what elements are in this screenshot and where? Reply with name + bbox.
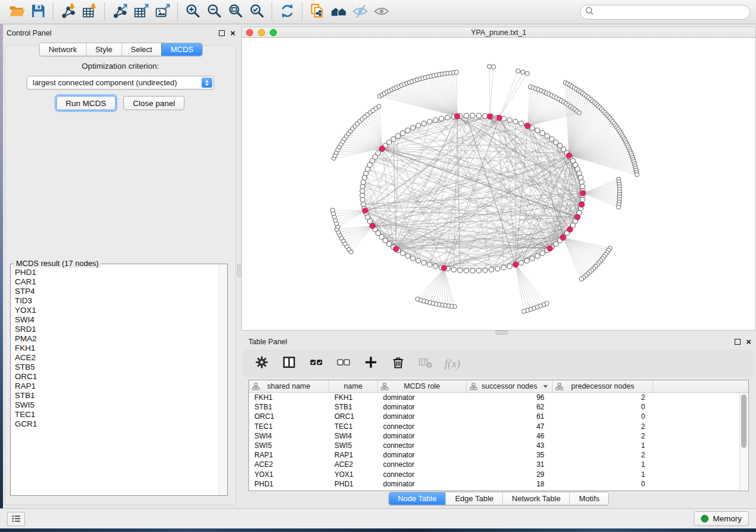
cell-predecessor-nodes[interactable]: 1 — [553, 470, 653, 479]
network-node[interactable] — [545, 133, 550, 138]
mcds-result-item[interactable]: ORC1 — [15, 372, 218, 382]
table-row[interactable]: PHD1PHD1dominator180 — [249, 479, 739, 489]
open-file-button[interactable] — [6, 2, 27, 21]
network-node[interactable] — [439, 116, 444, 121]
cell-name[interactable]: SWI4 — [329, 432, 378, 440]
network-node[interactable] — [387, 140, 391, 145]
table-mode-gear-button[interactable] — [253, 355, 270, 373]
fan-node[interactable] — [635, 172, 639, 177]
cell-shared-name[interactable]: SWI5 — [249, 441, 329, 450]
save-session-button[interactable] — [27, 2, 49, 21]
cell-successor-nodes[interactable]: 43 — [467, 441, 553, 450]
network-node[interactable] — [395, 133, 400, 138]
cell-mcds-role[interactable]: dominator — [378, 432, 467, 440]
cell-successor-nodes[interactable]: 31 — [467, 460, 553, 469]
table-row[interactable]: YOX1YOX1connector291 — [249, 470, 739, 479]
column-header-predecessor-nodes[interactable]: predecessor nodes — [553, 380, 653, 392]
network-node[interactable] — [464, 113, 468, 118]
mcds-result-item[interactable]: STP4 — [15, 287, 218, 296]
dominator-node[interactable] — [513, 262, 518, 267]
cell-shared-name[interactable]: PHD1 — [249, 480, 329, 488]
mcds-list-scrollbar[interactable] — [219, 265, 227, 495]
column-header-mcds-role[interactable]: MCDS role — [378, 380, 467, 392]
mcds-result-item[interactable]: SWI4 — [15, 315, 218, 325]
cell-predecessor-nodes[interactable]: 0 — [553, 480, 653, 488]
mcds-result-item[interactable]: STB5 — [15, 363, 218, 372]
network-node[interactable] — [400, 251, 405, 255]
column-header-name[interactable]: name — [329, 380, 378, 392]
close-panel-button[interactable]: Close panel — [123, 96, 184, 110]
cell-successor-nodes[interactable]: 35 — [467, 451, 553, 459]
mcds-result-item[interactable]: TID3 — [15, 296, 218, 306]
network-node[interactable] — [428, 119, 432, 124]
cell-name[interactable]: RAP1 — [329, 451, 378, 459]
mcds-result-item[interactable]: SRD1 — [15, 325, 218, 334]
select-all-button[interactable] — [307, 355, 325, 373]
fan-node[interactable] — [492, 65, 496, 69]
export-image-button[interactable] — [152, 2, 173, 21]
dominator-node[interactable] — [579, 202, 584, 207]
mcds-result-item[interactable]: FKH1 — [15, 344, 218, 353]
network-node[interactable] — [580, 197, 585, 202]
table-row[interactable]: SWI4SWI4dominator462 — [249, 431, 739, 441]
cell-name[interactable]: ACE2 — [329, 460, 378, 469]
network-node[interactable] — [406, 254, 410, 258]
dominator-node[interactable] — [370, 223, 375, 229]
column-header-shared-name[interactable]: shared name — [249, 380, 329, 392]
refresh-view-button[interactable] — [276, 2, 298, 21]
run-mcds-button[interactable]: Run MCDS — [56, 96, 116, 110]
network-node[interactable] — [554, 140, 559, 145]
new-column-button[interactable] — [362, 355, 379, 373]
cell-shared-name[interactable]: ACE2 — [249, 460, 329, 469]
network-node[interactable] — [422, 261, 426, 265]
network-node[interactable] — [406, 128, 410, 133]
cell-successor-nodes[interactable]: 29 — [467, 470, 553, 479]
mcds-result-item[interactable]: CAR1 — [15, 277, 218, 287]
dominator-node[interactable] — [362, 208, 368, 213]
table-tab-motifs[interactable]: Motifs — [569, 492, 608, 505]
network-node[interactable] — [433, 264, 438, 268]
network-node[interactable] — [361, 197, 365, 202]
table-tab-network-table[interactable]: Network Table — [502, 492, 569, 505]
import-table-button[interactable] — [79, 2, 100, 21]
dominator-node[interactable] — [560, 235, 566, 241]
cell-name[interactable]: PHD1 — [329, 480, 378, 488]
fan-node[interactable] — [525, 71, 529, 75]
network-node[interactable] — [524, 258, 529, 263]
export-network-button[interactable] — [109, 2, 130, 21]
network-node[interactable] — [416, 258, 420, 263]
mcds-result-item[interactable]: SWI5 — [15, 400, 218, 410]
optimization-criterion-select[interactable]: largest connected component (undirected) — [27, 76, 214, 89]
network-node[interactable] — [580, 184, 585, 189]
network-node[interactable] — [579, 180, 584, 184]
table-row[interactable]: SWI5SWI5connector431 — [249, 441, 739, 450]
dominator-node[interactable] — [487, 114, 493, 119]
cell-name[interactable]: TEC1 — [329, 422, 378, 431]
network-node[interactable] — [513, 119, 518, 124]
table-scrollbar[interactable] — [739, 393, 748, 490]
network-node[interactable] — [391, 137, 396, 142]
cell-shared-name[interactable]: STB1 — [249, 403, 329, 411]
cell-predecessor-nodes[interactable]: 1 — [553, 441, 653, 450]
cell-shared-name[interactable]: FKH1 — [249, 393, 329, 402]
hide-selected-button[interactable] — [349, 2, 371, 21]
table-row[interactable]: RAP1RAP1dominator352 — [249, 450, 739, 460]
memory-button[interactable]: Memory — [694, 511, 749, 526]
network-node[interactable] — [361, 180, 366, 184]
network-node[interactable] — [464, 268, 468, 273]
float-panel-icon[interactable] — [219, 30, 225, 36]
network-node[interactable] — [416, 123, 420, 128]
fan-node[interactable] — [522, 309, 526, 313]
mcds-result-item[interactable]: YOX1 — [15, 306, 218, 315]
dominator-node[interactable] — [455, 114, 460, 119]
table-row[interactable]: FKH1FKH1dominator962 — [249, 393, 739, 402]
network-node[interactable] — [445, 115, 450, 120]
network-node[interactable] — [360, 188, 365, 193]
network-node[interactable] — [410, 256, 415, 261]
dominator-node[interactable] — [567, 227, 573, 232]
fan-node[interactable] — [454, 70, 458, 75]
delete-columns-button[interactable] — [389, 355, 407, 373]
cell-shared-name[interactable]: TEC1 — [249, 422, 329, 431]
network-node[interactable] — [554, 242, 559, 246]
network-node[interactable] — [501, 265, 506, 270]
